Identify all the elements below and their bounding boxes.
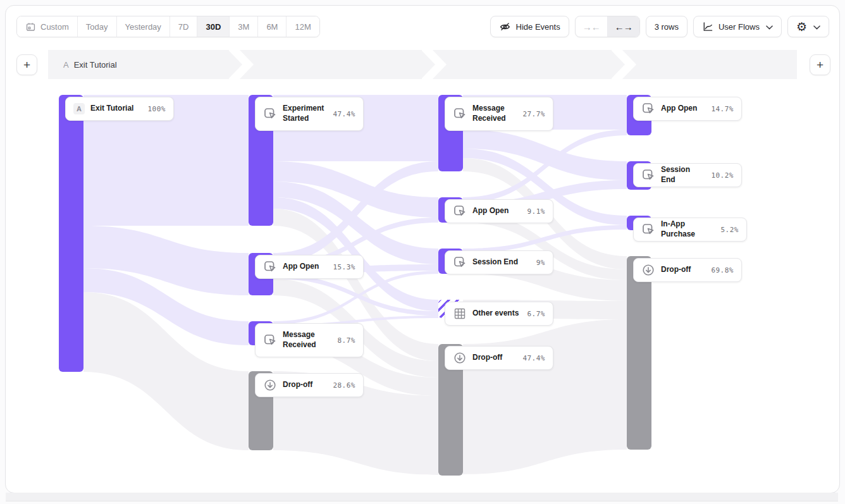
flow-node-card-other-events-3[interactable]: Other events6.7% [445,302,553,326]
node-percentage: 69.8% [711,266,734,274]
node-label: App Open [283,262,319,272]
flow-node-card-message-received-3[interactable]: Message Received27.7% [445,97,553,131]
eye-off-icon [499,21,511,33]
flow-node-card-session-end-3[interactable]: Session End9% [445,250,553,274]
node-label: App Open [661,104,697,114]
date-range-3m[interactable]: 3M [230,16,258,37]
date-range-label: Today [86,22,108,32]
node-label: Drop-off [472,353,502,363]
gear-icon: ⚙ [796,21,807,33]
node-percentage: 28.6% [333,381,355,390]
flow-node-card-drop-off-3[interactable]: Drop-off47.4% [445,346,553,370]
view-selector-dropdown[interactable]: User Flows [693,16,782,37]
drop-off-arrow-icon [453,351,467,365]
node-percentage: 100% [148,105,166,113]
node-label: Session End [472,257,518,267]
sankey-bar-drop-off-4[interactable] [627,256,651,450]
node-label: Session End [661,165,705,185]
flow-node-card-drop-off-4[interactable]: Drop-off69.8% [633,258,742,282]
flow-node-card-session-end-4[interactable]: Session End10.2% [633,163,742,187]
other-events-grid-icon [453,307,467,321]
flow-step-title: Exit Tutorial [74,60,117,70]
expand-columns-button[interactable]: ←→ [608,16,639,37]
date-range-7d[interactable]: 7D [170,16,198,37]
date-range-label: 6M [266,22,278,32]
node-percentage: 47.4% [522,354,545,362]
drop-off-arrow-icon [641,263,655,277]
date-range-label: 12M [295,22,311,32]
step-separator-chevron [422,50,447,79]
event-cursor-icon [641,223,655,237]
flow-node-card-message-received-2[interactable]: Message Received8.7% [255,323,364,357]
rows-button[interactable]: 3 rows [646,16,688,37]
event-cursor-icon [453,107,467,121]
chevron-down-icon [813,22,820,32]
add-step-left-button[interactable]: + [16,54,37,75]
date-range-control: CustomTodayYesterday7D30D3M6M12M [16,16,320,37]
hide-events-label: Hide Events [516,22,560,32]
node-label: Exit Tutorial [90,104,133,114]
flow-node-card-app-open-4[interactable]: App Open14.7% [633,97,742,121]
calendar-icon [25,22,36,32]
date-range-today[interactable]: Today [78,16,117,37]
date-range-label: 3M [238,22,249,32]
date-range-30d[interactable]: 30D [197,16,230,37]
event-cursor-icon [453,255,467,269]
hide-events-button[interactable]: Hide Events [490,16,569,37]
event-cursor-icon [641,102,655,116]
flow-node-card-experiment-started[interactable]: Experiment Started47.4% [255,97,364,131]
flow-node-card-drop-off-2[interactable]: Drop-off28.6% [255,373,364,397]
node-percentage: 9% [536,259,545,267]
node-label: Other events [472,309,519,319]
node-percentage: 10.2% [711,171,734,180]
flow-node-card-app-open-2[interactable]: App Open15.3% [255,255,364,279]
node-percentage: 14.7% [711,105,734,113]
add-step-right-button[interactable]: + [810,54,830,75]
toolbar-right: Hide Events →← ←→ 3 rows User Flows ⚙ [490,16,829,37]
node-percentage: 15.3% [333,263,355,271]
date-range-label: Yesterday [125,22,161,32]
drop-off-arrow-icon [263,378,277,392]
node-percentage: 47.4% [333,110,355,118]
chevron-down-icon [766,22,773,32]
flow-node-card-app-open-3[interactable]: App Open9.1% [445,199,553,223]
flow-step-label[interactable]: A Exit Tutorial [63,50,117,79]
column-spacing-control: →← ←→ [575,16,640,37]
event-cursor-icon [263,107,277,121]
date-range-label: Custom [40,22,69,32]
sankey-bar-exit-tutorial[interactable] [59,95,83,372]
event-cursor-icon [453,204,467,218]
date-range-label: 30D [206,22,221,32]
view-selector-label: User Flows [719,22,760,32]
event-badge: A [73,103,85,114]
node-percentage: 27.7% [522,110,545,118]
node-percentage: 8.7% [338,336,356,345]
node-label: Drop-off [661,265,691,275]
flow-node-card-exit-tutorial[interactable]: AExit Tutorial100% [65,97,174,121]
date-range-yesterday[interactable]: Yesterday [117,16,170,37]
step-separator-chevron [229,50,254,79]
chart-icon [702,21,713,32]
node-label: App Open [472,206,509,216]
date-range-6m[interactable]: 6M [258,16,287,37]
page-bottom-strip [6,493,838,501]
collapse-columns-button[interactable]: →← [576,16,608,37]
flow-node-card-in-app-purchase-4[interactable]: In-App Purchase5.2% [633,218,747,242]
node-label: Experiment Started [283,104,327,124]
node-label: In-App Purchase [661,219,715,240]
date-range-12m[interactable]: 12M [287,16,319,37]
settings-dropdown[interactable]: ⚙ [787,16,829,37]
node-label: Message Received [283,330,332,350]
date-range-label: 7D [178,22,189,32]
rows-label: 3 rows [655,22,679,32]
node-percentage: 6.7% [527,310,546,318]
date-range-custom[interactable]: Custom [17,16,78,37]
node-label: Message Received [472,104,517,124]
event-cursor-icon [263,333,277,347]
event-cursor-icon [641,168,655,182]
flow-header-band: A Exit Tutorial [48,50,797,79]
node-label: Drop-off [283,380,312,390]
node-percentage: 5.2% [721,226,739,234]
event-cursor-icon [263,260,277,274]
step-separator-chevron [612,50,637,79]
